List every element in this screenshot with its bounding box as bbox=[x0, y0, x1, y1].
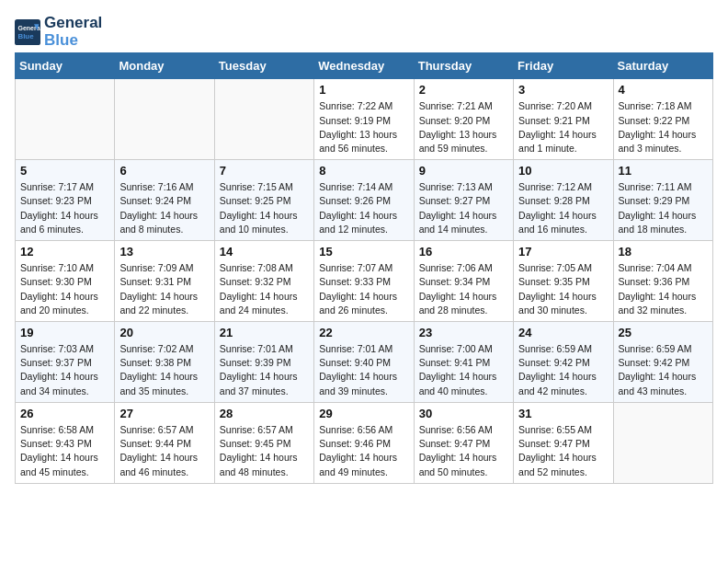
day-info: Sunrise: 7:12 AM Sunset: 9:28 PM Dayligh… bbox=[518, 180, 608, 236]
calendar-cell: 31Sunrise: 6:55 AM Sunset: 9:47 PM Dayli… bbox=[514, 402, 613, 483]
calendar-row-5: 26Sunrise: 6:58 AM Sunset: 9:43 PM Dayli… bbox=[16, 402, 713, 483]
day-number: 22 bbox=[319, 326, 408, 339]
day-info: Sunrise: 7:07 AM Sunset: 9:33 PM Dayligh… bbox=[319, 261, 408, 317]
logo: General Blue General Blue bbox=[15, 15, 102, 49]
page-header: General Blue General Blue bbox=[15, 15, 713, 49]
day-info: Sunrise: 7:01 AM Sunset: 9:39 PM Dayligh… bbox=[220, 342, 309, 398]
day-number: 14 bbox=[220, 245, 309, 259]
calendar-cell: 12Sunrise: 7:10 AM Sunset: 9:30 PM Dayli… bbox=[16, 241, 115, 322]
day-number: 3 bbox=[518, 83, 608, 97]
day-info: Sunrise: 6:57 AM Sunset: 9:44 PM Dayligh… bbox=[119, 423, 209, 479]
day-number: 9 bbox=[419, 164, 508, 178]
day-info: Sunrise: 6:55 AM Sunset: 9:47 PM Dayligh… bbox=[518, 423, 608, 479]
calendar-cell: 17Sunrise: 7:05 AM Sunset: 9:35 PM Dayli… bbox=[514, 241, 613, 322]
day-info: Sunrise: 6:58 AM Sunset: 9:43 PM Dayligh… bbox=[20, 423, 109, 479]
col-header-friday: Friday bbox=[514, 53, 613, 79]
day-number: 4 bbox=[619, 83, 708, 97]
day-number: 18 bbox=[619, 245, 708, 259]
day-info: Sunrise: 6:56 AM Sunset: 9:46 PM Dayligh… bbox=[319, 423, 408, 479]
col-header-sunday: Sunday bbox=[16, 53, 115, 79]
day-number: 17 bbox=[518, 245, 608, 259]
day-info: Sunrise: 7:22 AM Sunset: 9:19 PM Dayligh… bbox=[319, 99, 408, 155]
calendar-body: 1Sunrise: 7:22 AM Sunset: 9:19 PM Daylig… bbox=[16, 79, 713, 483]
day-number: 10 bbox=[518, 164, 608, 178]
calendar-cell bbox=[115, 79, 214, 160]
day-number: 7 bbox=[220, 164, 309, 178]
day-info: Sunrise: 6:57 AM Sunset: 9:45 PM Dayligh… bbox=[220, 423, 309, 479]
col-header-thursday: Thursday bbox=[414, 53, 513, 79]
header-row: SundayMondayTuesdayWednesdayThursdayFrid… bbox=[16, 53, 713, 79]
day-number: 29 bbox=[319, 407, 408, 420]
calendar-cell: 13Sunrise: 7:09 AM Sunset: 9:31 PM Dayli… bbox=[115, 241, 214, 322]
day-number: 25 bbox=[619, 326, 708, 339]
col-header-monday: Monday bbox=[115, 53, 214, 79]
calendar-cell: 28Sunrise: 6:57 AM Sunset: 9:45 PM Dayli… bbox=[214, 402, 313, 483]
day-info: Sunrise: 6:59 AM Sunset: 9:42 PM Dayligh… bbox=[518, 342, 608, 398]
day-number: 12 bbox=[20, 245, 109, 259]
day-number: 24 bbox=[518, 326, 608, 339]
logo-text-general: General bbox=[44, 15, 102, 32]
calendar-cell bbox=[16, 79, 115, 160]
calendar-cell: 26Sunrise: 6:58 AM Sunset: 9:43 PM Dayli… bbox=[16, 402, 115, 483]
col-header-wednesday: Wednesday bbox=[314, 53, 414, 79]
day-number: 2 bbox=[419, 83, 508, 97]
calendar-cell: 15Sunrise: 7:07 AM Sunset: 9:33 PM Dayli… bbox=[314, 241, 414, 322]
day-info: Sunrise: 7:09 AM Sunset: 9:31 PM Dayligh… bbox=[119, 261, 209, 317]
calendar-cell: 29Sunrise: 6:56 AM Sunset: 9:46 PM Dayli… bbox=[314, 402, 414, 483]
calendar-cell: 19Sunrise: 7:03 AM Sunset: 9:37 PM Dayli… bbox=[16, 322, 115, 403]
logo-text-blue: Blue bbox=[44, 32, 102, 50]
day-info: Sunrise: 7:05 AM Sunset: 9:35 PM Dayligh… bbox=[518, 261, 608, 317]
day-number: 11 bbox=[619, 164, 708, 178]
calendar-cell: 2Sunrise: 7:21 AM Sunset: 9:20 PM Daylig… bbox=[414, 79, 513, 160]
col-header-tuesday: Tuesday bbox=[214, 53, 313, 79]
day-info: Sunrise: 7:16 AM Sunset: 9:24 PM Dayligh… bbox=[119, 180, 209, 236]
calendar-table: SundayMondayTuesdayWednesdayThursdayFrid… bbox=[15, 52, 713, 483]
day-info: Sunrise: 7:14 AM Sunset: 9:26 PM Dayligh… bbox=[319, 180, 408, 236]
calendar-cell: 24Sunrise: 6:59 AM Sunset: 9:42 PM Dayli… bbox=[514, 322, 613, 403]
calendar-row-2: 5Sunrise: 7:17 AM Sunset: 9:23 PM Daylig… bbox=[16, 160, 713, 241]
day-number: 23 bbox=[419, 326, 508, 339]
day-number: 15 bbox=[319, 245, 408, 259]
calendar-cell: 20Sunrise: 7:02 AM Sunset: 9:38 PM Dayli… bbox=[115, 322, 214, 403]
day-info: Sunrise: 7:15 AM Sunset: 9:25 PM Dayligh… bbox=[220, 180, 309, 236]
calendar-row-4: 19Sunrise: 7:03 AM Sunset: 9:37 PM Dayli… bbox=[16, 322, 713, 403]
calendar-cell: 18Sunrise: 7:04 AM Sunset: 9:36 PM Dayli… bbox=[613, 241, 712, 322]
day-info: Sunrise: 7:17 AM Sunset: 9:23 PM Dayligh… bbox=[20, 180, 109, 236]
day-info: Sunrise: 7:18 AM Sunset: 9:22 PM Dayligh… bbox=[619, 99, 708, 155]
day-info: Sunrise: 7:08 AM Sunset: 9:32 PM Dayligh… bbox=[220, 261, 309, 317]
calendar-cell: 3Sunrise: 7:20 AM Sunset: 9:21 PM Daylig… bbox=[514, 79, 613, 160]
svg-text:Blue: Blue bbox=[18, 32, 35, 40]
calendar-row-3: 12Sunrise: 7:10 AM Sunset: 9:30 PM Dayli… bbox=[16, 241, 713, 322]
day-number: 5 bbox=[20, 164, 109, 178]
day-number: 6 bbox=[119, 164, 209, 178]
calendar-cell: 16Sunrise: 7:06 AM Sunset: 9:34 PM Dayli… bbox=[414, 241, 513, 322]
day-info: Sunrise: 7:06 AM Sunset: 9:34 PM Dayligh… bbox=[419, 261, 508, 317]
calendar-cell: 21Sunrise: 7:01 AM Sunset: 9:39 PM Dayli… bbox=[214, 322, 313, 403]
calendar-cell: 30Sunrise: 6:56 AM Sunset: 9:47 PM Dayli… bbox=[414, 402, 513, 483]
day-number: 16 bbox=[419, 245, 508, 259]
day-number: 8 bbox=[319, 164, 408, 178]
day-number: 20 bbox=[119, 326, 209, 339]
day-info: Sunrise: 7:02 AM Sunset: 9:38 PM Dayligh… bbox=[119, 342, 209, 398]
day-number: 21 bbox=[220, 326, 309, 339]
day-number: 30 bbox=[419, 407, 508, 420]
day-info: Sunrise: 7:03 AM Sunset: 9:37 PM Dayligh… bbox=[20, 342, 109, 398]
calendar-cell: 27Sunrise: 6:57 AM Sunset: 9:44 PM Dayli… bbox=[115, 402, 214, 483]
calendar-cell: 1Sunrise: 7:22 AM Sunset: 9:19 PM Daylig… bbox=[314, 79, 414, 160]
col-header-saturday: Saturday bbox=[613, 53, 712, 79]
calendar-cell bbox=[214, 79, 313, 160]
day-info: Sunrise: 7:21 AM Sunset: 9:20 PM Dayligh… bbox=[419, 99, 508, 155]
day-info: Sunrise: 7:20 AM Sunset: 9:21 PM Dayligh… bbox=[518, 99, 608, 155]
day-info: Sunrise: 7:04 AM Sunset: 9:36 PM Dayligh… bbox=[619, 261, 708, 317]
calendar-cell: 25Sunrise: 6:59 AM Sunset: 9:42 PM Dayli… bbox=[613, 322, 712, 403]
calendar-cell: 23Sunrise: 7:00 AM Sunset: 9:41 PM Dayli… bbox=[414, 322, 513, 403]
calendar-header: SundayMondayTuesdayWednesdayThursdayFrid… bbox=[16, 53, 713, 79]
calendar-cell: 9Sunrise: 7:13 AM Sunset: 9:27 PM Daylig… bbox=[414, 160, 513, 241]
day-number: 26 bbox=[20, 407, 109, 420]
calendar-cell: 7Sunrise: 7:15 AM Sunset: 9:25 PM Daylig… bbox=[214, 160, 313, 241]
calendar-cell: 14Sunrise: 7:08 AM Sunset: 9:32 PM Dayli… bbox=[214, 241, 313, 322]
calendar-cell: 11Sunrise: 7:11 AM Sunset: 9:29 PM Dayli… bbox=[613, 160, 712, 241]
day-number: 27 bbox=[119, 407, 209, 420]
day-number: 1 bbox=[319, 83, 408, 97]
day-info: Sunrise: 7:01 AM Sunset: 9:40 PM Dayligh… bbox=[319, 342, 408, 398]
